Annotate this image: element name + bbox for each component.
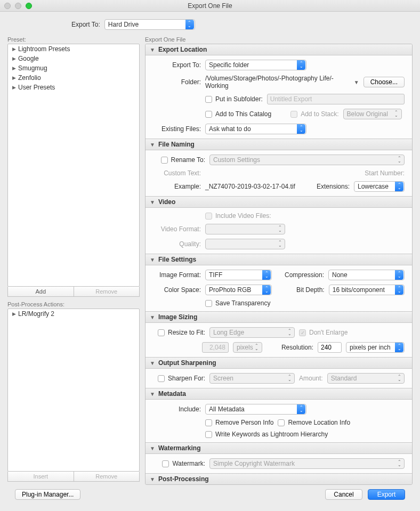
add-stack-checkbox: Add to Stack:: [290, 110, 338, 118]
chevron-updown-icon: ⌃⌄: [395, 155, 403, 165]
section-file-naming[interactable]: ▼File Naming: [146, 139, 412, 150]
export-button[interactable]: Export: [368, 489, 405, 500]
section-post-processing[interactable]: ▼Post-Processing: [146, 473, 412, 485]
preset-label: Preset:: [7, 36, 140, 43]
chevron-updown-icon: ⌃⌄: [285, 328, 294, 337]
triangle-down-icon: ▼: [150, 199, 155, 205]
export-to-select[interactable]: Hard Drive ⌃⌄: [104, 19, 195, 30]
triangle-down-icon: ▼: [150, 476, 155, 482]
triangle-right-icon: ▶: [12, 46, 16, 52]
triangle-right-icon: ▶: [12, 56, 16, 61]
list-item[interactable]: ▶Zenfolio: [8, 73, 139, 83]
checkbox-icon: [205, 96, 212, 103]
list-item[interactable]: ▶Lightroom Presets: [8, 44, 139, 54]
post-actions-label: Post-Process Actions:: [7, 301, 140, 307]
post-actions-list[interactable]: ▶LR/Mogrify 2: [7, 309, 140, 472]
window-title: Export One File: [0, 2, 420, 10]
video-quality-select: ⌃⌄: [205, 239, 285, 249]
chevron-updown-icon: ⌃⌄: [185, 20, 194, 29]
section-video[interactable]: ▼Video: [146, 196, 412, 208]
subfolder-input[interactable]: [267, 94, 405, 104]
choose-folder-button[interactable]: Choose...: [364, 77, 405, 87]
triangle-down-icon[interactable]: ▼: [354, 79, 359, 85]
watermark-checkbox[interactable]: Watermark:: [153, 460, 205, 467]
extensions-select[interactable]: Lowercase⌃⌄: [354, 181, 405, 192]
section-image-sizing[interactable]: ▼Image Sizing: [146, 311, 412, 323]
video-quality-label: Quality:: [153, 240, 201, 248]
chevron-updown-icon: ⌃⌄: [395, 374, 403, 383]
bit-depth-select[interactable]: 16 bits/component⌃⌄: [329, 285, 405, 295]
export-to-value: Hard Drive: [108, 21, 139, 28]
resolution-label: Resolution:: [281, 344, 313, 351]
video-format-select: ⌃⌄: [205, 224, 285, 234]
triangle-down-icon: ▼: [150, 360, 155, 366]
cancel-button[interactable]: Cancel: [325, 489, 362, 500]
chevron-updown-icon: ⌃⌄: [392, 109, 401, 119]
amount-select: Standard⌃⌄: [327, 373, 405, 384]
remove-person-checkbox[interactable]: Remove Person Info: [205, 419, 273, 426]
remove-button[interactable]: Remove: [74, 472, 140, 481]
existing-select[interactable]: Ask what to do⌃⌄: [205, 124, 306, 134]
extensions-label: Extensions:: [317, 183, 350, 190]
list-item[interactable]: ▶LR/Mogrify 2: [8, 309, 139, 319]
add-catalog-checkbox[interactable]: Add to This Catalog: [205, 110, 271, 118]
subfolder-checkbox[interactable]: Put in Subfolder:: [205, 95, 263, 103]
existing-label: Existing Files:: [153, 125, 201, 133]
section-file-settings[interactable]: ▼File Settings: [146, 254, 412, 265]
remove-button[interactable]: Remove: [74, 287, 140, 296]
triangle-down-icon: ▼: [150, 391, 155, 397]
list-item[interactable]: ▶Google: [8, 54, 139, 63]
folder-label: Folder:: [153, 78, 201, 86]
transparency-checkbox[interactable]: Save Transparency: [205, 299, 270, 307]
size-input: [202, 342, 229, 353]
example-value: _NZ74070-2019-03-02-17-04.tif: [205, 183, 295, 190]
plugin-manager-button[interactable]: Plug-in Manager...: [15, 489, 80, 500]
remove-location-checkbox[interactable]: Remove Location Info: [278, 419, 350, 426]
right-title: Export One File: [145, 36, 413, 43]
amount-label: Amount:: [299, 375, 323, 382]
list-item[interactable]: ▶User Presets: [8, 83, 139, 92]
checkbox-icon: [161, 157, 168, 164]
include-video-checkbox: Include Video Files:: [205, 212, 271, 220]
window-titlebar: Export One File: [0, 0, 420, 12]
preset-list[interactable]: ▶Lightroom Presets ▶Google ▶Smugmug ▶Zen…: [7, 44, 140, 287]
chevron-updown-icon: ⌃⌄: [395, 270, 403, 280]
chevron-updown-icon: ⌃⌄: [262, 270, 271, 280]
add-button[interactable]: Add: [8, 287, 74, 296]
list-item[interactable]: ▶Smugmug: [8, 63, 139, 73]
color-space-select[interactable]: ProPhoto RGB⌃⌄: [205, 285, 272, 295]
chevron-updown-icon: ⌃⌄: [297, 60, 305, 70]
image-format-select[interactable]: TIFF⌃⌄: [205, 270, 272, 280]
checkbox-icon: [158, 375, 165, 382]
section-watermarking[interactable]: ▼Watermarking: [146, 442, 412, 454]
chevron-updown-icon: ⌃⌄: [276, 239, 284, 249]
section-metadata[interactable]: ▼Metadata: [146, 388, 412, 400]
rename-checkbox[interactable]: Rename To:: [153, 156, 205, 164]
checkbox-icon: [278, 419, 285, 426]
keywords-checkbox[interactable]: Write Keywords as Lightroom Hierarchy: [205, 431, 328, 438]
include-label: Include:: [153, 405, 201, 413]
post-actions-buttons: Insert Remove: [7, 472, 140, 482]
compression-label: Compression:: [285, 271, 324, 279]
checkbox-icon: [158, 329, 165, 336]
triangle-down-icon: ▼: [150, 47, 155, 53]
loc-export-to-select[interactable]: Specific folder⌃⌄: [205, 60, 306, 70]
resize-checkbox[interactable]: Resize to Fit:: [153, 329, 205, 336]
section-export-location[interactable]: ▼Export Location: [146, 44, 412, 55]
insert-button[interactable]: Insert: [8, 472, 74, 481]
start-number-label: Start Number:: [365, 169, 405, 177]
resize-select: Long Edge⌃⌄: [209, 327, 295, 338]
compression-select[interactable]: None⌃⌄: [328, 270, 405, 280]
preset-buttons: Add Remove: [7, 287, 140, 297]
section-output-sharpening[interactable]: ▼Output Sharpening: [146, 357, 412, 369]
chevron-updown-icon: ⌃⌄: [395, 285, 403, 295]
rename-select: Custom Settings⌃⌄: [209, 155, 405, 165]
resolution-unit-select[interactable]: pixels per inch⌃⌄: [346, 342, 405, 353]
include-select[interactable]: All Metadata⌃⌄: [205, 404, 306, 415]
chevron-updown-icon: ⌃⌄: [395, 343, 403, 352]
dont-enlarge-checkbox: ✓Don't Enlarge: [299, 329, 348, 336]
triangle-right-icon: ▶: [12, 311, 16, 317]
chevron-updown-icon: ⌃⌄: [297, 404, 305, 414]
sharpen-checkbox[interactable]: Sharpen For:: [153, 375, 205, 382]
resolution-input[interactable]: [318, 342, 342, 353]
